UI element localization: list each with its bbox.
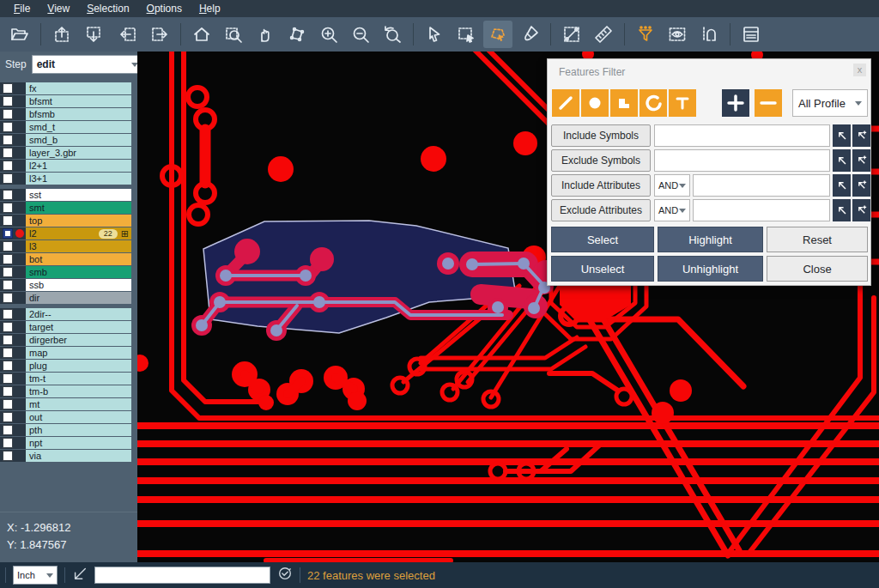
filter-arc-button[interactable] xyxy=(640,89,667,117)
measure-line-icon[interactable] xyxy=(557,21,586,48)
view-options-icon[interactable] xyxy=(663,21,692,48)
menu-selection[interactable]: Selection xyxy=(78,2,137,15)
pan-up-icon[interactable] xyxy=(47,21,76,48)
features-filter-icon[interactable] xyxy=(631,21,660,48)
layer-name-cell[interactable]: ssb xyxy=(26,279,131,291)
filter-pad-button[interactable] xyxy=(581,89,609,117)
pick-attribute-icon[interactable] xyxy=(833,174,851,197)
menu-help[interactable]: Help xyxy=(191,2,229,15)
layer-name-cell[interactable]: smd_t xyxy=(26,121,131,133)
layer-name-cell[interactable]: sst xyxy=(26,189,131,201)
layer-visibility-checkbox[interactable] xyxy=(3,161,13,171)
layer-name-cell[interactable]: smd_b xyxy=(26,134,131,146)
layer-name-cell[interactable]: tm-b xyxy=(26,385,131,397)
layer-visibility-checkbox[interactable] xyxy=(3,373,13,384)
layer-row-l3[interactable]: l3 xyxy=(0,240,137,252)
layer-visibility-checkbox[interactable] xyxy=(3,412,13,422)
layer-row-top[interactable]: top xyxy=(0,215,137,227)
layer-row-map[interactable]: map xyxy=(0,347,137,359)
layer-name-cell[interactable]: dir xyxy=(26,292,131,304)
filter-surface-button[interactable] xyxy=(610,89,638,117)
filter-add-button[interactable] xyxy=(722,89,749,117)
layer-visibility-checkbox[interactable] xyxy=(3,267,13,277)
include-symbols-button[interactable]: Include Symbols xyxy=(551,124,651,147)
layer-row-smd_b[interactable]: smd_b xyxy=(0,134,137,146)
include-attributes-button[interactable]: Include Attributes xyxy=(551,174,651,197)
zoom-in-icon[interactable] xyxy=(314,21,343,48)
layer-row-tm-b[interactable]: tm-b xyxy=(0,385,137,397)
layer-name-cell[interactable]: l3 xyxy=(26,240,131,252)
layer-visibility-checkbox[interactable] xyxy=(3,309,13,319)
open-folder-icon[interactable] xyxy=(5,21,34,48)
layer-visibility-checkbox[interactable] xyxy=(3,148,13,158)
layer-row-npt[interactable]: npt xyxy=(0,437,137,449)
layer-name-cell[interactable]: via xyxy=(26,450,131,462)
close-icon[interactable]: x xyxy=(853,64,866,76)
filter-remove-button[interactable] xyxy=(755,89,782,117)
layer-row-l2+1[interactable]: l2+1 xyxy=(0,160,137,172)
layer-visibility-checkbox[interactable] xyxy=(3,322,13,332)
menu-file[interactable]: File xyxy=(5,2,39,15)
layer-visibility-checkbox[interactable] xyxy=(3,228,13,239)
exclude-attributes-button[interactable]: Exclude Attributes xyxy=(551,199,651,221)
include-attributes-input[interactable] xyxy=(693,174,830,197)
layer-visibility-checkbox[interactable] xyxy=(3,335,13,345)
layer-row-bfsmb[interactable]: bfsmb xyxy=(0,108,137,120)
pick-attribute-icon[interactable] xyxy=(833,199,851,221)
layer-name-cell[interactable]: plug xyxy=(26,360,131,372)
layer-row-2dir--[interactable]: 2dir-- xyxy=(0,308,137,320)
sync-check-icon[interactable] xyxy=(277,566,293,585)
layer-row-smd_t[interactable]: smd_t xyxy=(0,121,137,133)
select-polygon-icon[interactable] xyxy=(483,21,512,48)
highlight-button[interactable]: Highlight xyxy=(658,227,763,252)
layer-visibility-checkbox[interactable] xyxy=(3,451,13,461)
layer-name-cell[interactable]: 2dir-- xyxy=(26,308,131,320)
exclude-attributes-logic-dropdown[interactable]: AND xyxy=(654,199,690,221)
zoom-previous-icon[interactable] xyxy=(378,21,407,48)
exclude-attributes-input[interactable] xyxy=(693,199,830,221)
layer-row-l2[interactable]: l222⊞ xyxy=(0,227,137,239)
step-dropdown[interactable]: edit xyxy=(32,55,143,74)
layer-name-cell[interactable]: map xyxy=(26,347,131,359)
layer-visibility-checkbox[interactable] xyxy=(3,399,13,409)
layer-row-bfsmt[interactable]: bfsmt xyxy=(0,95,137,107)
command-input[interactable] xyxy=(94,567,270,584)
layer-visibility-checkbox[interactable] xyxy=(3,135,13,145)
paint-brush-icon[interactable] xyxy=(515,21,544,48)
pick-symbol-icon[interactable] xyxy=(833,149,851,172)
layer-name-cell[interactable]: mt xyxy=(26,398,131,410)
layer-row-plug[interactable]: plug xyxy=(0,360,137,372)
pick-symbol-icon[interactable] xyxy=(833,124,851,147)
exclude-symbols-input[interactable] xyxy=(654,149,830,172)
layer-name-cell[interactable]: fx xyxy=(26,82,131,94)
layer-row-pth[interactable]: pth xyxy=(0,424,137,436)
pick-symbol-add-icon[interactable] xyxy=(852,124,870,147)
layer-visibility-checkbox[interactable] xyxy=(3,241,13,252)
layer-row-dirgerber[interactable]: dirgerber xyxy=(0,334,137,346)
pick-symbol-add-icon[interactable] xyxy=(852,149,870,172)
zoom-polygon-icon[interactable] xyxy=(282,21,312,48)
layer-name-cell[interactable]: l3+1 xyxy=(26,173,131,185)
layer-name-cell[interactable]: bfsmb xyxy=(26,108,131,120)
snap-magnet-icon[interactable] xyxy=(694,21,724,48)
layer-row-out[interactable]: out xyxy=(0,411,137,423)
layer-name-cell[interactable]: dirgerber xyxy=(26,334,131,346)
pick-attribute-add-icon[interactable] xyxy=(852,174,870,197)
pan-down-icon[interactable] xyxy=(79,21,108,48)
include-attributes-logic-dropdown[interactable]: AND xyxy=(654,174,690,197)
layer-name-cell[interactable]: layer_3.gbr xyxy=(26,147,131,159)
select-button[interactable]: Select xyxy=(551,227,654,252)
layer-visibility-checkbox[interactable] xyxy=(3,96,13,106)
layer-visibility-checkbox[interactable] xyxy=(3,348,13,358)
reset-button[interactable]: Reset xyxy=(767,227,868,252)
layer-row-fx[interactable]: fx xyxy=(0,82,137,94)
pan-hand-icon[interactable] xyxy=(251,21,280,48)
layer-visibility-checkbox[interactable] xyxy=(3,438,13,448)
layer-row-via[interactable]: via xyxy=(0,450,137,462)
close-button[interactable]: Close xyxy=(767,256,868,282)
layer-name-cell[interactable]: bfsmt xyxy=(26,95,131,107)
select-pointer-icon[interactable] xyxy=(420,21,449,48)
layer-row-ssb[interactable]: ssb xyxy=(0,279,137,291)
layer-row-target[interactable]: target xyxy=(0,321,137,333)
profile-dropdown[interactable]: All Profile xyxy=(792,89,868,117)
